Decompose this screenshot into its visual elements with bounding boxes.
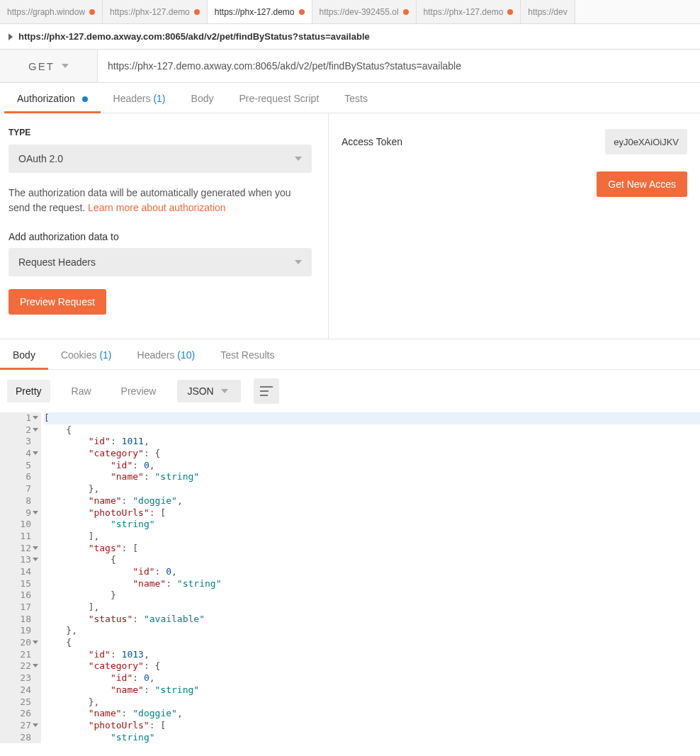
- authorization-left-column: TYPE OAuth 2.0 The authorization data wi…: [0, 113, 329, 339]
- tab-headers-count: (1): [153, 93, 165, 104]
- line-number[interactable]: 13: [0, 554, 38, 566]
- response-code-area: 1234567891011121314151617181920212223242…: [0, 412, 700, 743]
- unsaved-dot-icon: [194, 9, 200, 15]
- code-line: "photoUrls": [: [44, 507, 700, 519]
- tab-body[interactable]: Body: [179, 83, 227, 113]
- tab-prerequest-script[interactable]: Pre-request Script: [226, 83, 332, 113]
- code-line: {: [44, 424, 700, 436]
- top-tabs-bar: https://graph.windowhttps://phx-127.demo…: [0, 0, 700, 24]
- resp-tab-cookies[interactable]: Cookies (1): [48, 339, 125, 369]
- code-line: "name": "string": [44, 684, 700, 696]
- top-tab-label: https://dev-392455.ol: [320, 7, 399, 17]
- line-number[interactable]: 7: [0, 483, 38, 495]
- unsaved-dot-icon: [89, 9, 95, 15]
- wrap-lines-button[interactable]: [254, 378, 279, 404]
- code-line: }: [44, 589, 700, 602]
- tab-prerequest-label: Pre-request Script: [239, 93, 319, 104]
- code-line: "string": [44, 732, 700, 744]
- line-number[interactable]: 15: [0, 578, 38, 590]
- request-url-input[interactable]: https://phx-127.demo.axway.com:8065/akd/…: [98, 50, 700, 82]
- learn-more-link[interactable]: Learn more about authorization: [88, 202, 226, 213]
- code-line: "category": {: [44, 660, 700, 672]
- line-number[interactable]: 26: [0, 708, 38, 720]
- authorization-panel: TYPE OAuth 2.0 The authorization data wi…: [0, 113, 700, 339]
- resp-tab-body-label: Body: [13, 349, 35, 361]
- code-line: },: [44, 696, 700, 709]
- resp-tab-headers[interactable]: Headers (10): [125, 339, 208, 369]
- line-number[interactable]: 19: [0, 625, 38, 637]
- resp-tab-test-results[interactable]: Test Results: [208, 339, 287, 369]
- code-line: "name": "doggie",: [44, 708, 700, 720]
- line-number[interactable]: 3: [0, 436, 38, 448]
- chevron-down-icon: [62, 64, 69, 68]
- line-number[interactable]: 27: [0, 720, 38, 732]
- line-number[interactable]: 14: [0, 566, 38, 578]
- line-number[interactable]: 9: [0, 507, 38, 519]
- line-number[interactable]: 21: [0, 649, 38, 661]
- line-number[interactable]: 23: [0, 672, 38, 684]
- tab-headers[interactable]: Headers (1): [101, 83, 179, 113]
- auth-type-dropdown[interactable]: OAuth 2.0: [9, 145, 312, 173]
- top-tab[interactable]: https://phx-127.demo: [208, 0, 312, 23]
- top-tab-label: https://graph.window: [7, 7, 85, 17]
- preview-request-button[interactable]: Preview Request: [9, 289, 106, 315]
- code-line: "id": 1013,: [44, 649, 700, 661]
- response-code[interactable]: [ { "id": 1011, "category": { "id": 0, "…: [41, 412, 700, 743]
- top-tab-label: https://phx-127.demo: [110, 7, 190, 17]
- code-line: "id": 0,: [44, 460, 700, 472]
- line-number[interactable]: 2: [0, 424, 38, 436]
- line-number[interactable]: 12: [0, 543, 38, 555]
- top-tab[interactable]: https://phx-127.demo: [417, 0, 521, 23]
- get-new-access-token-button[interactable]: Get New Acces: [597, 171, 687, 197]
- code-line: "string": [44, 519, 700, 531]
- auth-type-value: OAuth 2.0: [18, 153, 63, 164]
- code-line: ],: [44, 602, 700, 614]
- top-tab[interactable]: https://dev: [521, 0, 575, 23]
- top-tab[interactable]: https://phx-127.demo: [103, 0, 208, 23]
- top-tab[interactable]: https://dev-392455.ol: [312, 0, 417, 23]
- unsaved-dot-icon: [299, 9, 305, 15]
- view-pretty-button[interactable]: Pretty: [7, 380, 50, 402]
- tab-authorization-label: Authorization: [17, 93, 75, 104]
- response-format-value: JSON: [187, 385, 213, 397]
- line-number[interactable]: 1: [0, 412, 38, 424]
- tab-tests-label: Tests: [344, 93, 368, 104]
- http-method-dropdown[interactable]: GET: [0, 50, 98, 82]
- line-number[interactable]: 25: [0, 696, 38, 709]
- request-sub-tabs: Authorization Headers (1) Body Pre-reque…: [0, 83, 700, 113]
- line-number[interactable]: 5: [0, 460, 38, 472]
- response-format-dropdown[interactable]: JSON: [177, 380, 240, 402]
- request-title-row[interactable]: https://phx-127.demo.axway.com:8065/akd/…: [0, 24, 700, 49]
- access-token-row: Access Token eyJ0eXAiOiJKV: [341, 129, 687, 154]
- code-line: {: [44, 637, 700, 649]
- line-number[interactable]: 4: [0, 448, 38, 460]
- line-number[interactable]: 17: [0, 602, 38, 614]
- line-number[interactable]: 28: [0, 732, 38, 744]
- add-auth-to-dropdown[interactable]: Request Headers: [9, 248, 312, 276]
- code-line: "id": 1011,: [44, 436, 700, 448]
- tab-tests[interactable]: Tests: [332, 83, 380, 113]
- line-number[interactable]: 10: [0, 519, 38, 531]
- line-number[interactable]: 11: [0, 531, 38, 543]
- access-token-input[interactable]: eyJ0eXAiOiJKV: [605, 129, 687, 154]
- auth-helper-text: The authorization data will be automatic…: [9, 186, 306, 215]
- response-sub-tabs: Body Cookies (1) Headers (10) Test Resul…: [0, 339, 700, 370]
- resp-tab-cookies-label: Cookies: [61, 349, 97, 361]
- line-number[interactable]: 22: [0, 660, 38, 672]
- resp-tab-headers-label: Headers: [137, 349, 175, 361]
- line-number[interactable]: 24: [0, 684, 38, 696]
- resp-tab-body[interactable]: Body: [0, 339, 48, 369]
- line-number[interactable]: 8: [0, 495, 38, 507]
- view-raw-button[interactable]: Raw: [63, 380, 100, 402]
- line-number[interactable]: 6: [0, 471, 38, 483]
- http-method-value: GET: [28, 60, 55, 72]
- top-tab[interactable]: https://graph.window: [0, 0, 103, 23]
- line-number[interactable]: 16: [0, 589, 38, 602]
- tab-authorization[interactable]: Authorization: [4, 83, 101, 113]
- view-preview-button[interactable]: Preview: [113, 380, 165, 402]
- line-number[interactable]: 18: [0, 614, 38, 626]
- code-line: "status": "available": [44, 614, 700, 626]
- response-toolbar: Pretty Raw Preview JSON: [0, 370, 700, 412]
- line-number[interactable]: 20: [0, 637, 38, 649]
- code-line: "category": {: [44, 448, 700, 460]
